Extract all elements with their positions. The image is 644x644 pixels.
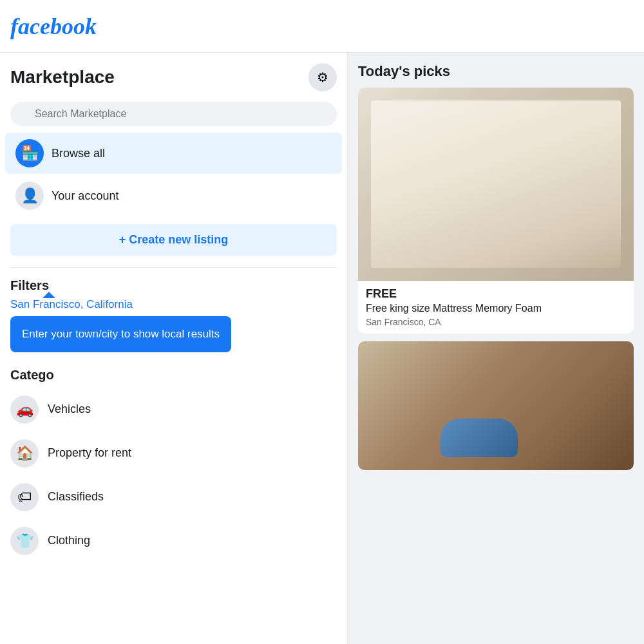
main-layout: Marketplace ⚙ 🔍 🏪 Browse all 👤 Your acco… (0, 53, 644, 644)
filters-section: Filters San Francisco, California Enter … (0, 273, 347, 357)
todays-picks-title: Today's picks (358, 63, 634, 80)
location-filter[interactable]: San Francisco, California (10, 298, 133, 311)
vehicles-label: Vehicles (48, 402, 91, 416)
item2-image (358, 341, 634, 470)
mattress-image (358, 88, 634, 281)
category-vehicles[interactable]: 🚗 Vehicles (0, 388, 347, 431)
tooltip-text: Enter your town/city to show local resul… (22, 328, 220, 340)
product-card-item2[interactable] (358, 341, 634, 470)
sidebar: Marketplace ⚙ 🔍 🏪 Browse all 👤 Your acco… (0, 53, 348, 644)
gear-icon: ⚙ (317, 70, 328, 85)
product-name-mattress: Free king size Mattress Memory Foam (366, 302, 626, 316)
header: facebook (0, 0, 644, 53)
filters-title: Filters (10, 278, 337, 293)
categories-section: Catego 🚗 Vehicles 🏠 Property for rent 🏷 … (0, 357, 347, 568)
tooltip-container: San Francisco, California Enter your tow… (10, 298, 231, 352)
categories-title: Catego (0, 363, 347, 388)
category-clothing[interactable]: 👕 Clothing (0, 519, 347, 563)
browse-all-icon: 🏪 (15, 139, 44, 167)
search-container: 🔍 (0, 97, 347, 131)
right-panel: Today's picks FREE Free king size Mattre… (348, 53, 644, 644)
product-price-mattress: FREE (366, 287, 626, 301)
search-input[interactable] (10, 102, 337, 126)
tooltip-arrow (43, 292, 55, 298)
product-location-mattress: San Francisco, CA (366, 317, 626, 327)
divider (10, 267, 337, 268)
product-card-mattress[interactable]: FREE Free king size Mattress Memory Foam… (358, 88, 634, 334)
classifieds-label: Classifieds (48, 490, 104, 504)
facebook-logo[interactable]: facebook (10, 13, 97, 40)
property-for-rent-label: Property for rent (48, 446, 131, 460)
category-classifieds[interactable]: 🏷 Classifieds (0, 475, 347, 519)
category-property-for-rent[interactable]: 🏠 Property for rent (0, 431, 347, 475)
sidebar-header: Marketplace ⚙ (0, 53, 347, 97)
your-account-label: Your account (52, 189, 118, 203)
sidebar-title: Marketplace (10, 67, 115, 88)
create-new-listing-button[interactable]: + Create new listing (10, 224, 337, 256)
property-for-rent-icon: 🏠 (10, 439, 39, 468)
clothing-icon: 👕 (10, 527, 39, 555)
gear-button[interactable]: ⚙ (308, 63, 337, 91)
clothing-label: Clothing (48, 534, 90, 547)
search-wrapper: 🔍 (10, 102, 337, 126)
tooltip-box: Enter your town/city to show local resul… (10, 316, 231, 352)
vehicles-icon: 🚗 (10, 395, 39, 424)
product-info-mattress: FREE Free king size Mattress Memory Foam… (358, 281, 634, 334)
nav-item-your-account[interactable]: 👤 Your account (5, 175, 342, 216)
nav-item-browse-all[interactable]: 🏪 Browse all (5, 133, 342, 174)
account-icon: 👤 (15, 182, 44, 210)
browse-all-label: Browse all (52, 147, 105, 160)
classifieds-icon: 🏷 (10, 483, 39, 511)
